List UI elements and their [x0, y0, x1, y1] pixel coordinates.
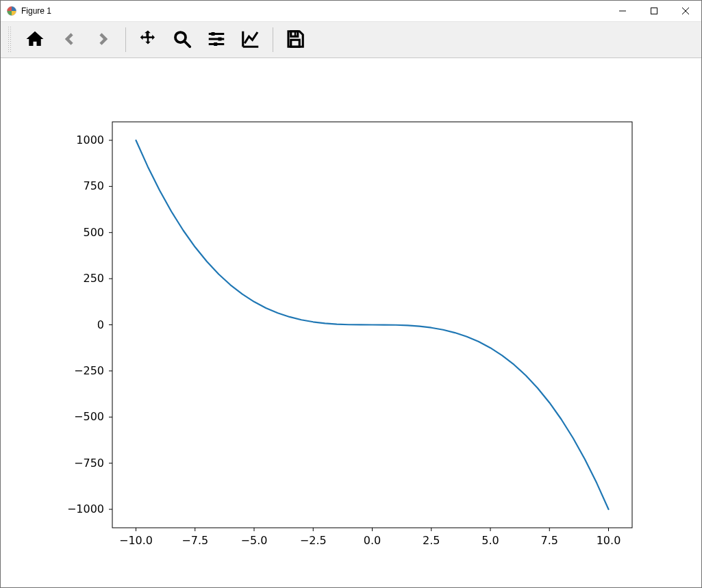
titlebar: Figure 1 [1, 1, 701, 22]
svg-rect-3 [212, 32, 215, 36]
app-icon [6, 5, 17, 16]
zoom-icon [172, 29, 192, 51]
x-tick-label: 7.5 [541, 534, 558, 547]
plot-svg: −10.0−7.5−5.0−2.50.02.55.07.510.0−1000−7… [1, 58, 701, 587]
svg-rect-5 [214, 42, 217, 46]
y-tick-label: 0 [97, 318, 104, 331]
back-button[interactable] [55, 26, 83, 53]
pan-button[interactable] [134, 26, 162, 53]
home-button[interactable] [21, 26, 49, 53]
arrow-right-icon [93, 29, 114, 51]
zoom-button[interactable] [168, 26, 196, 53]
y-tick-label: 1000 [76, 133, 104, 146]
x-tick-label: 0.0 [364, 534, 381, 547]
save-button[interactable] [281, 26, 309, 53]
y-tick-label: −1000 [67, 502, 104, 515]
y-tick-label: 750 [83, 179, 104, 192]
toolbar-separator [273, 27, 273, 52]
line-series [136, 140, 609, 509]
edit-axes-button[interactable] [237, 26, 264, 53]
maximize-button[interactable] [638, 1, 670, 21]
move-icon [138, 29, 158, 51]
toolbar-grip [8, 26, 12, 53]
x-tick-label: −5.0 [241, 534, 268, 547]
chart-line-icon [240, 29, 261, 51]
x-tick-label: 5.0 [481, 534, 499, 547]
save-icon [285, 29, 305, 51]
arrow-left-icon [59, 29, 79, 51]
svg-rect-1 [651, 8, 657, 14]
close-button[interactable] [670, 1, 701, 21]
y-tick-label: −500 [74, 410, 104, 423]
sliders-icon [206, 29, 227, 51]
toolbar-separator [125, 27, 126, 52]
configure-subplots-button[interactable] [203, 26, 230, 53]
figure-window: Figure 1 [0, 0, 702, 588]
window-title: Figure 1 [21, 6, 51, 16]
svg-rect-8 [291, 40, 300, 47]
x-tick-label: −7.5 [181, 534, 208, 547]
y-tick-label: 250 [83, 272, 104, 285]
y-tick-label: −250 [74, 364, 104, 377]
svg-rect-7 [294, 31, 297, 36]
minimize-button[interactable] [607, 1, 638, 21]
forward-button[interactable] [90, 26, 117, 53]
x-tick-label: −2.5 [300, 534, 327, 547]
y-tick-label: 500 [83, 226, 104, 239]
home-icon [25, 29, 45, 51]
y-tick-label: −750 [74, 457, 104, 470]
x-tick-label: 10.0 [597, 534, 621, 547]
x-tick-label: 2.5 [423, 534, 440, 547]
svg-rect-4 [218, 37, 222, 40]
figure-canvas[interactable]: −10.0−7.5−5.0−2.50.02.55.07.510.0−1000−7… [1, 58, 701, 587]
x-tick-label: −10.0 [119, 534, 153, 547]
toolbar [1, 22, 701, 58]
